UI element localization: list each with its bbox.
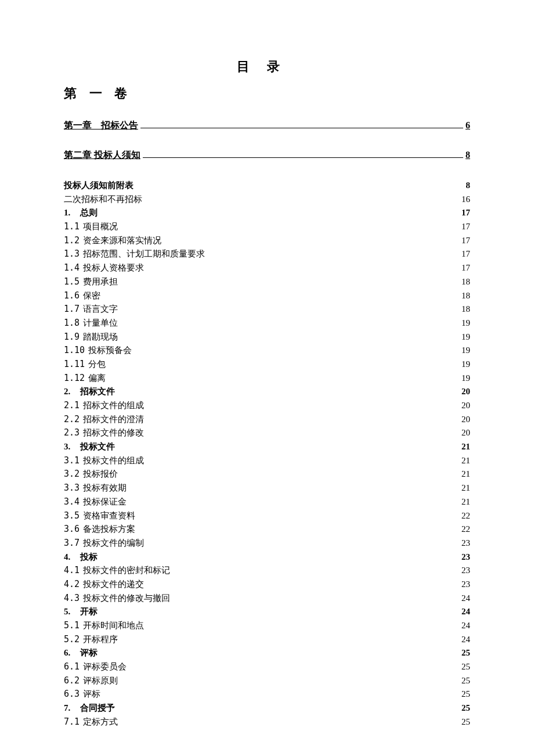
toc-entry-page: 18 xyxy=(461,275,470,289)
toc-entry-number: 3.6 xyxy=(64,523,80,537)
toc-entry-label: 2.招标文件 xyxy=(64,385,115,399)
toc-entry-number: 1.10 xyxy=(64,344,85,358)
toc-entry-number: 6.3 xyxy=(64,687,80,701)
toc-entry-number: 1.4 xyxy=(64,261,80,275)
toc-entry-number: 6.2 xyxy=(64,674,80,688)
toc-row: 1.12偏离19 xyxy=(64,372,470,386)
toc-row: 2.1招标文件的组成20 xyxy=(64,399,470,413)
toc-entry-number: 1.5 xyxy=(64,275,80,289)
toc-entry-number: 2.2 xyxy=(64,413,80,427)
toc-entry-page: 20 xyxy=(461,413,470,427)
toc-entry-label: 1.5费用承担 xyxy=(64,275,118,289)
toc-entry-number: 1.11 xyxy=(64,358,85,372)
toc-entry-label: 4.1投标文件的密封和标记 xyxy=(64,564,170,578)
toc-row: 5.开标24 xyxy=(64,605,470,619)
toc-row: 6.3评标25 xyxy=(64,687,470,701)
toc-entry-page: 23 xyxy=(461,537,470,550)
toc-entry-label: 2.3招标文件的修改 xyxy=(64,426,144,440)
toc-entry-label: 6.1评标委员会 xyxy=(64,660,127,674)
toc-row: 4.2投标文件的递交23 xyxy=(64,578,470,592)
toc-entry-title: 招标文件 xyxy=(80,387,115,396)
toc-entry-page: 19 xyxy=(461,358,470,372)
toc-entry-title: 资格审查资料 xyxy=(83,511,135,520)
toc-entry-number: 5.1 xyxy=(64,619,80,633)
toc-entry-title: 投标文件的密封和标记 xyxy=(83,566,170,575)
toc-entry-title: 费用承担 xyxy=(83,277,118,286)
toc-entry-number: 6.1 xyxy=(64,660,80,674)
toc-entry-page: 22 xyxy=(461,523,470,537)
toc-entry-page: 19 xyxy=(461,344,470,358)
toc-row: 4.3投标文件的修改与撤回24 xyxy=(64,592,470,606)
toc-entry-label: 7.1定标方式 xyxy=(64,715,118,729)
toc-entry-page: 16 xyxy=(461,193,470,207)
toc-entry-label: 6.2评标原则 xyxy=(64,674,118,688)
toc-entry-label: 3.1投标文件的组成 xyxy=(64,454,144,468)
toc-entry-label: 3.4投标保证金 xyxy=(64,495,127,509)
toc-entry-page: 20 xyxy=(461,385,470,399)
toc-entry-page: 18 xyxy=(461,303,470,316)
toc-entry-title: 合同授予 xyxy=(80,703,115,712)
toc-row: 6.评标25 xyxy=(64,646,470,660)
toc-entry-page: 19 xyxy=(461,330,470,344)
toc-entry-page: 22 xyxy=(461,509,470,523)
toc-row: 1.6保密18 xyxy=(64,289,470,303)
toc-entry-label: 3.6备选投标方案 xyxy=(64,523,135,537)
toc-entry-title: 投标预备会 xyxy=(88,345,132,355)
toc-entry-number: 4. xyxy=(64,550,72,564)
chapter-page: 8 xyxy=(466,150,470,160)
toc-entry-page: 24 xyxy=(461,619,470,633)
toc-entry-label: 4.投标 xyxy=(64,550,98,564)
toc-row: 1.7语言文字18 xyxy=(64,303,470,316)
toc-entry-number: 1.8 xyxy=(64,316,80,330)
toc-entry-title: 语言文字 xyxy=(83,304,118,314)
toc-row: 2.招标文件20 xyxy=(64,385,470,399)
toc-entry-title: 计量单位 xyxy=(83,318,118,327)
chapter-label: 第二章 投标人须知 xyxy=(64,149,140,161)
toc-entry-label: 1.6保密 xyxy=(64,289,100,303)
toc-row: 3.7投标文件的编制23 xyxy=(64,537,470,550)
toc-entry-number: 7. xyxy=(64,701,72,715)
toc-entry-page: 21 xyxy=(461,440,470,454)
toc-entry-title: 投标人资格要求 xyxy=(83,263,144,272)
toc-entry-number: 5.2 xyxy=(64,633,80,647)
toc-entry-label: 1.9踏勘现场 xyxy=(64,330,118,344)
toc-entry-title: 项目概况 xyxy=(83,222,118,231)
toc-entry-title: 投标文件 xyxy=(80,442,115,451)
toc-entry-label: 1.3招标范围、计划工期和质量要求 xyxy=(64,247,205,261)
toc-entry-number: 1.9 xyxy=(64,330,80,344)
toc-entry-label: 1.12偏离 xyxy=(64,372,106,386)
toc-entry-title: 投标人须知前附表 xyxy=(64,181,134,190)
toc-row: 1.1项目概况17 xyxy=(64,220,470,234)
toc-entry-label: 1.8计量单位 xyxy=(64,316,118,330)
chapter-label: 第一章 招标公告 xyxy=(64,120,138,132)
toc-entry-title: 投标文件的递交 xyxy=(83,579,144,589)
toc-entry-title: 偏离 xyxy=(88,373,106,383)
toc-entry-label: 3.2投标报价 xyxy=(64,467,118,481)
toc-entry-page: 21 xyxy=(461,454,470,468)
toc-entry-page: 23 xyxy=(461,578,470,592)
toc-entry-title: 投标 xyxy=(80,552,98,561)
toc-entry-page: 25 xyxy=(461,674,470,688)
toc-row: 3.投标文件21 xyxy=(64,440,470,454)
toc-entry-page: 21 xyxy=(461,467,470,481)
toc-entry-label: 2.1招标文件的组成 xyxy=(64,399,144,413)
toc-entry-title: 备选投标方案 xyxy=(83,524,135,534)
toc-entry-title: 保密 xyxy=(83,291,100,300)
toc-entry-number: 5. xyxy=(64,605,72,619)
toc-entry-number: 3.2 xyxy=(64,467,80,481)
toc-entry-number: 2.1 xyxy=(64,399,80,413)
toc-row: 4.投标23 xyxy=(64,550,470,564)
toc-entry-page: 23 xyxy=(461,550,470,564)
chapter-page: 6 xyxy=(466,120,470,131)
toc-row: 1.11分包19 xyxy=(64,358,470,372)
toc-entry-page: 21 xyxy=(461,495,470,509)
toc-entry-page: 17 xyxy=(461,261,470,275)
toc-entry-page: 25 xyxy=(461,715,470,729)
toc-entry-page: 25 xyxy=(461,701,470,715)
toc-entry-number: 2.3 xyxy=(64,426,80,440)
toc-entry-title: 开标程序 xyxy=(83,635,118,644)
toc-entry-number: 1.2 xyxy=(64,234,80,248)
toc-entry-label: 1.总则 xyxy=(64,206,98,220)
toc-row: 7.1定标方式25 xyxy=(64,715,470,729)
toc-row: 1.5费用承担18 xyxy=(64,275,470,289)
